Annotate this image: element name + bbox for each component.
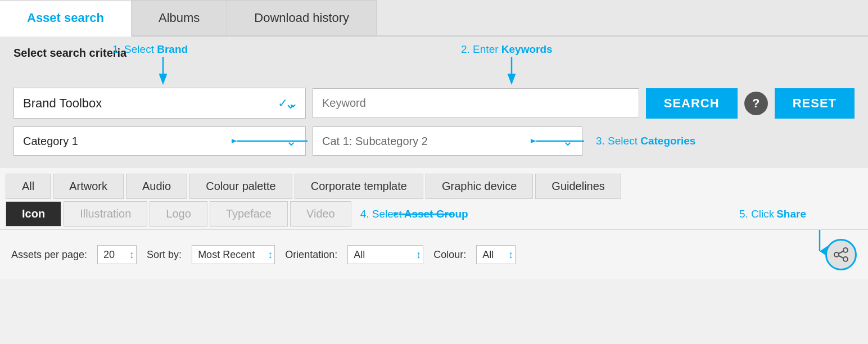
assets-per-page-select[interactable]: 20 40 60: [97, 245, 137, 264]
asset-tab-icon[interactable]: Icon: [6, 201, 61, 227]
svg-point-6: [843, 248, 848, 252]
step1-arrow: [146, 57, 180, 85]
tab-asset-search[interactable]: Asset search: [0, 0, 132, 37]
asset-tab-illustration[interactable]: Illustration: [64, 201, 147, 227]
sort-by-label: Sort by:: [147, 249, 182, 261]
svg-line-10: [839, 256, 843, 258]
search-button[interactable]: SEARCH: [646, 88, 738, 119]
orientation-wrap: All Landscape Portrait ↕: [347, 245, 423, 264]
reset-button[interactable]: RESET: [775, 88, 855, 119]
asset-tab-all[interactable]: All: [6, 174, 51, 199]
subcategory-select[interactable]: Cat 1: Subcategory 1 Cat 1: Subcategory …: [313, 126, 582, 156]
step3-annotation: 3. Select Categories: [596, 135, 695, 147]
tab-download-history[interactable]: Download history: [227, 0, 377, 35]
tab-albums[interactable]: Albums: [132, 0, 227, 35]
svg-line-9: [839, 251, 843, 254]
share-button[interactable]: [825, 239, 857, 270]
asset-tab-guidelines[interactable]: Guidelines: [535, 174, 621, 199]
assets-per-page-label: Assets per page:: [11, 249, 87, 261]
orientation-label: Orientation:: [285, 249, 337, 261]
asset-tab-logo[interactable]: Logo: [150, 201, 207, 227]
share-button-wrap: [825, 239, 857, 270]
colour-select[interactable]: All: [476, 245, 516, 264]
brand-select[interactable]: Brand Toolbox Other Brand: [13, 88, 306, 119]
step2-arrow: [495, 57, 528, 85]
search-row2: Category 1 Category 2 ⌄ Cat 1: Subcatego…: [13, 126, 855, 156]
asset-tab-video[interactable]: Video: [290, 201, 351, 227]
subcategory-select-wrap: Cat 1: Subcategory 1 Cat 1: Subcategory …: [313, 126, 582, 156]
asset-tab-typeface[interactable]: Typeface: [210, 201, 288, 227]
search-row1: Brand Toolbox Other Brand ✓⌄ ⌄ SEARCH ? …: [13, 88, 855, 119]
assets-per-page-wrap: 20 40 60 ↕: [97, 245, 137, 264]
asset-tab-corporate-template[interactable]: Corporate template: [295, 174, 423, 199]
keyword-input[interactable]: [313, 88, 639, 118]
svg-point-8: [843, 257, 848, 261]
step5-annotation: 5. Click Share: [739, 201, 806, 227]
colour-label: Colour:: [433, 249, 466, 261]
help-button[interactable]: ?: [744, 92, 768, 115]
asset-tab-artwork[interactable]: Artwork: [53, 174, 124, 199]
category-select-wrap: Category 1 Category 2 ⌄: [13, 126, 306, 156]
share-icon: [833, 247, 849, 262]
asset-tab-colour-palette[interactable]: Colour palette: [189, 174, 292, 199]
step4-annotation: 4. Select Asset Group: [360, 201, 468, 227]
tabs-bar: Asset search Albums Download history: [0, 0, 868, 37]
sort-by-select[interactable]: Most Recent Oldest Alphabetical: [192, 245, 275, 264]
asset-tab-graphic-device[interactable]: Graphic device: [426, 174, 533, 199]
svg-point-7: [834, 252, 839, 257]
search-criteria-label: Select search criteria: [13, 47, 855, 60]
orientation-select[interactable]: All Landscape Portrait: [347, 245, 423, 264]
sort-by-wrap: Most Recent Oldest Alphabetical ↕: [192, 245, 275, 264]
search-area: Select search criteria 1. Select Brand 2…: [0, 37, 868, 168]
asset-tab-audio[interactable]: Audio: [126, 174, 187, 199]
colour-wrap: All ↕: [476, 245, 516, 264]
category-select[interactable]: Category 1 Category 2: [13, 126, 306, 156]
bottom-bar: Assets per page: 20 40 60 ↕ Sort by: Mos…: [0, 229, 868, 279]
brand-select-wrap: Brand Toolbox Other Brand ✓⌄ ⌄: [13, 88, 306, 119]
asset-tabs: All Artwork Audio Colour palette Corpora…: [0, 168, 868, 229]
asset-tabs-row2: Icon Illustration Logo Typeface Video 4.…: [6, 201, 862, 227]
asset-tabs-row1: All Artwork Audio Colour palette Corpora…: [6, 174, 862, 199]
